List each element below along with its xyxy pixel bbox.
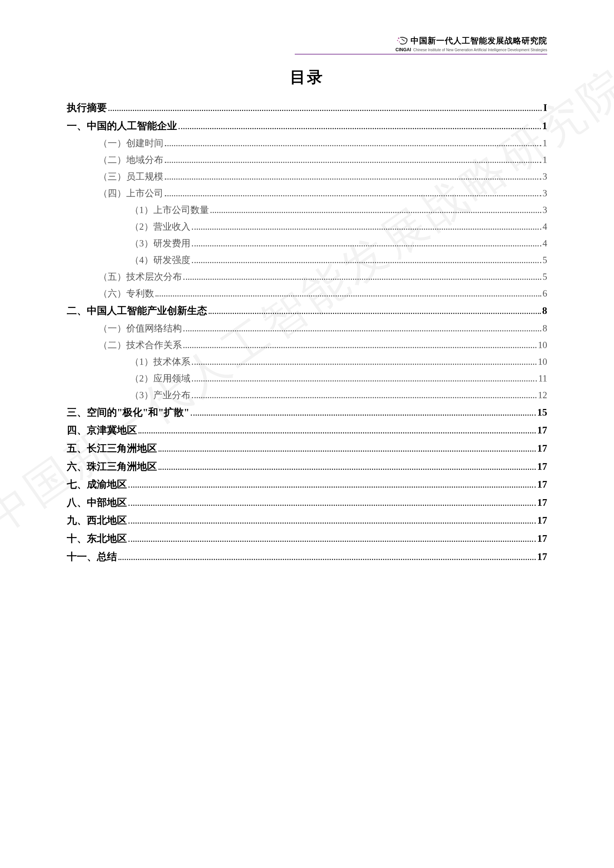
toc-leader-dots <box>209 313 541 314</box>
toc-entry: 六、珠江三角洲地区17 <box>67 457 547 476</box>
toc-entry: （4）研发强度5 <box>67 252 547 268</box>
toc-leader-dots <box>165 162 541 163</box>
toc-entry: （五）技术层次分布5 <box>67 268 547 285</box>
toc-entry: 五、长江三角洲地区17 <box>67 439 547 457</box>
toc-entry: 十一、总结17 <box>67 548 547 566</box>
svg-point-1 <box>397 40 398 41</box>
toc-leader-dots <box>165 195 541 196</box>
toc-entry-label: （1）技术体系 <box>130 353 191 370</box>
toc-leader-dots <box>178 128 541 129</box>
toc-entry: （1）技术体系10 <box>67 353 547 370</box>
svg-point-0 <box>398 37 399 39</box>
toc-leader-dots <box>129 522 536 524</box>
toc-leader-dots <box>192 245 541 246</box>
toc-leader-dots <box>183 330 541 332</box>
toc-entry-label: （3）产业分布 <box>130 387 191 403</box>
toc-entry: 执行摘要I <box>67 99 547 117</box>
toc-entry-page: 1 <box>543 135 547 151</box>
toc-entry-label: （四）上市公司 <box>98 185 163 202</box>
toc-entry: （1）上市公司数量3 <box>67 202 547 218</box>
toc-leader-dots <box>109 110 542 111</box>
toc-entry-label: （2）应用领域 <box>130 370 191 387</box>
toc-entry-page: 12 <box>538 387 547 403</box>
toc-entry-page: 5 <box>543 268 547 285</box>
toc-entry: （二）地域分布1 <box>67 151 547 168</box>
toc-entry-label: 六、珠江三角洲地区 <box>67 457 157 476</box>
toc-leader-dots <box>192 380 537 381</box>
toc-leader-dots <box>191 414 536 415</box>
toc-leader-dots <box>158 451 536 452</box>
toc-entry-label: 四、京津冀地区 <box>67 421 137 439</box>
toc-entry-label: （二）地域分布 <box>98 151 163 168</box>
toc-title: 目录 <box>67 67 547 88</box>
toc-entry-label: （一）价值网络结构 <box>98 320 182 336</box>
toc-leader-dots <box>192 364 537 365</box>
toc-entry-page: I <box>543 99 547 117</box>
toc-entry-page: 5 <box>543 252 547 268</box>
document-page: 中国新一代人工智能发展战略研究院 CINGAI Chinese Institut… <box>0 0 614 603</box>
toc-entry-page: 3 <box>543 185 547 202</box>
toc-entry: （一）创建时间1 <box>67 135 547 151</box>
toc-leader-dots <box>129 487 536 488</box>
toc-entry-label: 十一、总结 <box>67 548 117 566</box>
toc-entry-label: 一、中国的人工智能企业 <box>67 117 177 135</box>
toc-entry: 四、京津冀地区17 <box>67 421 547 439</box>
toc-entry-page: 10 <box>538 336 547 353</box>
toc-entry: 二、中国人工智能产业创新生态8 <box>67 302 547 320</box>
toc-leader-dots <box>129 505 536 506</box>
toc-leader-dots <box>211 212 541 213</box>
toc-entry-page: 3 <box>543 168 547 185</box>
toc-entry-label: （1）上市公司数量 <box>130 202 209 218</box>
toc-list: 执行摘要I一、中国的人工智能企业1（一）创建时间1（二）地域分布1（三）员工规模… <box>67 99 547 566</box>
toc-entry: 八、中部地区17 <box>67 494 547 512</box>
page-header: 中国新一代人工智能发展战略研究院 CINGAI Chinese Institut… <box>295 35 547 54</box>
toc-entry-label: 二、中国人工智能产业创新生态 <box>67 302 207 320</box>
toc-entry-label: 五、长江三角洲地区 <box>67 439 157 457</box>
toc-entry-page: 17 <box>537 457 547 476</box>
toc-leader-dots <box>183 347 536 348</box>
toc-entry-page: 17 <box>537 530 547 548</box>
toc-entry: 九、西北地区17 <box>67 512 547 530</box>
header-divider <box>295 54 547 54</box>
toc-entry-page: 17 <box>537 548 547 566</box>
toc-entry: 一、中国的人工智能企业1 <box>67 117 547 135</box>
toc-entry-label: （4）研发强度 <box>130 252 191 268</box>
header-subtitle-row: CINGAI Chinese Institute of New Generati… <box>295 47 547 52</box>
toc-entry: （2）应用领域11 <box>67 370 547 387</box>
toc-entry-page: 17 <box>537 494 547 512</box>
toc-leader-dots <box>158 469 536 470</box>
toc-entry: （四）上市公司3 <box>67 185 547 202</box>
toc-leader-dots <box>129 541 536 542</box>
toc-entry-page: 17 <box>537 512 547 530</box>
toc-entry-page: 3 <box>543 202 547 218</box>
toc-entry-label: 三、空间的"极化"和"扩散" <box>67 403 189 422</box>
toc-entry-page: 1 <box>543 117 547 135</box>
institute-logo-icon <box>397 36 408 46</box>
toc-entry-page: 17 <box>537 439 547 457</box>
toc-entry-page: 11 <box>538 370 547 387</box>
toc-entry-page: 6 <box>543 285 547 302</box>
toc-entry-page: 15 <box>537 403 547 422</box>
toc-content: 目录 执行摘要I一、中国的人工智能企业1（一）创建时间1（二）地域分布1（三）员… <box>67 67 547 566</box>
toc-leader-dots <box>192 229 541 230</box>
toc-entry-label: （一）创建时间 <box>98 135 163 151</box>
toc-entry-label: 九、西北地区 <box>67 512 127 530</box>
toc-entry-label: （2）营业收入 <box>130 218 191 235</box>
toc-entry: 十、东北地区17 <box>67 530 547 548</box>
toc-entry-label: 执行摘要 <box>67 99 107 117</box>
toc-leader-dots <box>165 145 541 146</box>
toc-entry-label: （二）技术合作关系 <box>98 336 182 353</box>
toc-leader-dots <box>165 178 541 180</box>
toc-entry-page: 17 <box>537 421 547 439</box>
toc-leader-dots <box>138 432 536 434</box>
toc-entry: （二）技术合作关系10 <box>67 336 547 353</box>
toc-leader-dots <box>192 262 541 263</box>
toc-entry-label: 十、东北地区 <box>67 530 127 548</box>
toc-entry: （2）营业收入4 <box>67 218 547 235</box>
header-title-en: Chinese Institute of New Generation Arti… <box>413 48 547 52</box>
toc-entry-label: （3）研发费用 <box>130 235 191 252</box>
toc-entry-page: 4 <box>543 218 547 235</box>
toc-leader-dots <box>155 295 541 296</box>
toc-entry: （六）专利数6 <box>67 285 547 302</box>
toc-entry-label: 八、中部地区 <box>67 494 127 512</box>
